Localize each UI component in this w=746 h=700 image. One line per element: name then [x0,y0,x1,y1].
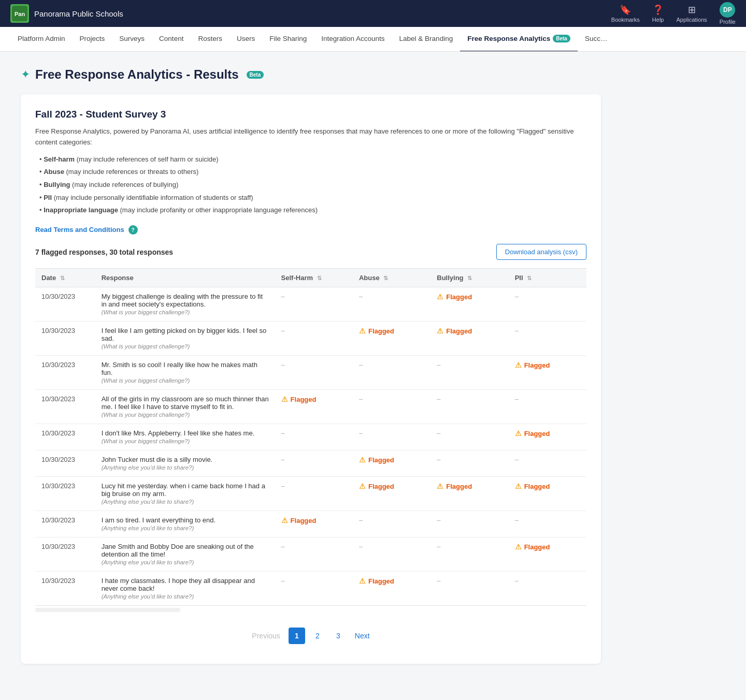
logo-area[interactable]: Pan Panorama Public Schools [10,4,123,23]
bookmarks-nav-item[interactable]: 🔖 Bookmarks [611,4,640,23]
dash: – [437,577,440,585]
dash: – [515,327,519,334]
sidebar-item-free-response-analytics[interactable]: Free Response Analytics Beta [460,27,578,52]
flag-cell: ⚠ Flagged [353,477,431,511]
profile-label: Profile [720,19,736,25]
dash: – [359,543,363,550]
flag-cell: ⚠ Flagged [509,356,586,390]
sidebar-item-success[interactable]: Succ… [578,27,615,52]
response-question: (Anything else you'd like to share?) [102,559,194,565]
sidebar-item-rosters[interactable]: Rosters [191,27,229,52]
date-cell: 10/30/2023 [35,511,95,537]
flag-triangle-icon: ⚠ [515,429,522,438]
profile-nav-item[interactable]: DP Profile [720,2,736,25]
sort-date-icon: ⇅ [60,275,65,282]
flagged-badge: ⚠ Flagged [359,482,394,490]
response-question: (Anything else you'd like to share?) [102,499,194,505]
table-row: 10/30/2023 John Tucker must die is a sil… [35,450,586,477]
page-3-button[interactable]: 3 [330,628,347,644]
table-row: 10/30/2023 I don't like Mrs. Appleberry.… [35,424,586,450]
flagged-badge: ⚠ Flagged [515,361,550,369]
response-cell: Jane Smith and Bobby Doe are sneaking ou… [95,537,275,572]
list-item: PII (may include personally identifiable… [39,192,586,205]
sidebar-item-file-sharing[interactable]: File Sharing [262,27,314,52]
sort-pii-icon: ⇅ [527,275,532,282]
response-cell: I hate my classmates. I hope they all di… [95,572,275,606]
dash: – [437,516,440,524]
response-question: (Anything else you'd like to share?) [102,593,194,600]
sidebar-item-surveys[interactable]: Surveys [112,27,152,52]
dash: – [437,543,440,550]
help-terms-icon[interactable]: ? [128,225,138,235]
terms-link[interactable]: Read Terms and Conditions [35,226,124,234]
flag-triangle-icon: ⚠ [281,395,288,403]
response-question: (What is your biggest challenge?) [102,309,190,315]
flag-cell: – [431,572,508,606]
flag-cell: – [509,572,586,606]
help-label: Help [652,17,664,23]
flag-cell: ⚠ Flagged [509,537,586,572]
list-item: Inappropriate language (may include prof… [39,204,586,217]
dash: – [359,395,363,403]
download-csv-button[interactable]: Download analysis (csv) [496,244,586,260]
col-header-date[interactable]: Date ⇅ [35,269,95,287]
sidebar-item-projects[interactable]: Projects [73,27,112,52]
page-2-button[interactable]: 2 [309,628,326,644]
response-question: (What is your biggest challenge?) [102,377,190,384]
applications-label: Applications [676,17,707,23]
dash: – [281,543,285,550]
col-header-bullying[interactable]: Bullying ⇅ [431,269,508,287]
flag-cell: – [431,450,508,477]
dash: – [515,395,519,403]
response-question: (What is your biggest challenge?) [102,343,190,349]
secondary-nav: Platform Admin Projects Surveys Content … [0,27,746,52]
org-name: Panorama Public Schools [34,9,123,18]
flag-cell: – [431,390,508,424]
response-cell: I don't like Mrs. Appleberry. I feel lik… [95,424,275,450]
stats-row: 7 flagged responses, 30 total responses … [35,244,586,260]
beta-badge: Beta [553,35,570,42]
response-question: (What is your biggest challenge?) [102,438,190,444]
sidebar-item-label-branding[interactable]: Label & Branding [392,27,461,52]
sidebar-item-content[interactable]: Content [152,27,191,52]
previous-page-button[interactable]: Previous [248,628,284,644]
pagination: Previous 1 2 3 Next [35,622,586,649]
dash: – [515,577,519,585]
sidebar-item-users[interactable]: Users [229,27,262,52]
col-header-abuse[interactable]: Abuse ⇅ [353,269,431,287]
flagged-badge: ⚠ Flagged [359,456,394,464]
sort-bullying-icon: ⇅ [467,275,472,282]
flag-triangle-icon: ⚠ [281,516,288,524]
flag-triangle-icon: ⚠ [515,543,522,551]
table-row: 10/30/2023 Mr. Smith is so cool! I reall… [35,356,586,390]
date-cell: 10/30/2023 [35,390,95,424]
page-1-button[interactable]: 1 [289,628,305,644]
col-header-self-harm[interactable]: Self-Harm ⇅ [275,269,353,287]
date-cell: 10/30/2023 [35,322,95,356]
response-cell: John Tucker must die is a silly movie. (… [95,450,275,477]
date-cell: 10/30/2023 [35,424,95,450]
sidebar-item-integration-accounts[interactable]: Integration Accounts [314,27,392,52]
flag-cell: – [275,287,353,322]
sidebar-item-platform-admin[interactable]: Platform Admin [10,27,73,52]
table-row: 10/30/2023 Lucy hit me yesterday. when i… [35,477,586,511]
help-nav-item[interactable]: ❓ Help [652,4,664,23]
response-cell: I am so tired. I want everything to end.… [95,511,275,537]
flag-cell: ⚠ Flagged [275,390,353,424]
date-cell: 10/30/2023 [35,477,95,511]
flag-triangle-icon: ⚠ [359,327,366,335]
horizontal-scrollbar[interactable] [35,608,180,612]
flag-triangle-icon: ⚠ [437,327,443,335]
table-row: 10/30/2023 I feel like I am getting pick… [35,322,586,356]
response-cell: I feel like I am getting picked on by bi… [95,322,275,356]
flag-cell: – [431,356,508,390]
flag-cell: – [431,424,508,450]
applications-nav-item[interactable]: ⊞ Applications [676,4,707,23]
categories-list: Self-harm (may include references of sel… [39,153,586,217]
next-page-button[interactable]: Next [351,628,374,644]
col-header-pii[interactable]: PII ⇅ [509,269,586,287]
response-cell: Mr. Smith is so cool! I really like how … [95,356,275,390]
flag-cell: – [275,477,353,511]
dash: – [359,293,363,300]
dash: – [515,456,519,463]
